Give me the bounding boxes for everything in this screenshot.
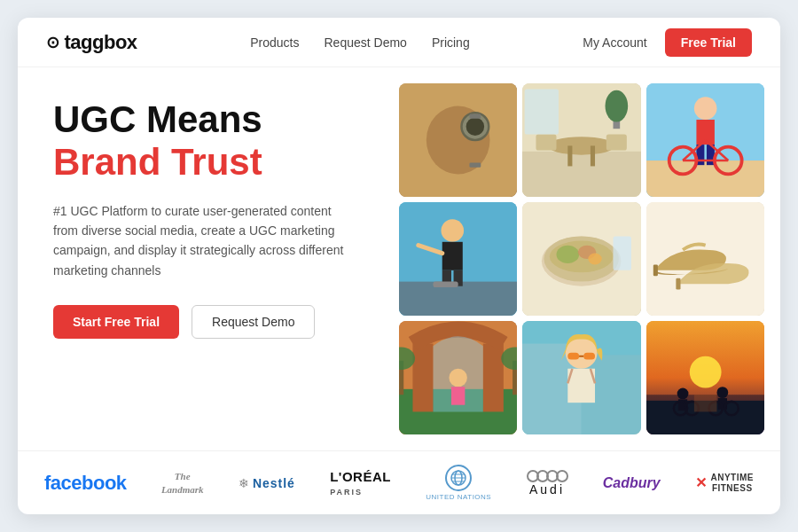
brands-bar: facebook TheLandmark ❄ Nestlé L'ORÉAL PA… bbox=[18, 450, 780, 514]
brand-landmark: TheLandmark bbox=[161, 470, 204, 496]
hero-title-line1: UGC Means bbox=[53, 99, 362, 140]
svg-rect-5 bbox=[469, 163, 481, 168]
svg-rect-12 bbox=[606, 135, 627, 151]
svg-point-70 bbox=[677, 388, 688, 400]
grid-image-6 bbox=[646, 202, 764, 316]
svg-point-18 bbox=[694, 97, 717, 120]
grid-image-9 bbox=[646, 321, 764, 434]
svg-point-74 bbox=[716, 387, 728, 398]
image-grid bbox=[390, 67, 780, 450]
grid-image-3 bbox=[646, 83, 764, 197]
hero-section: UGC Means Brand Trust #1 UGC Platform to… bbox=[18, 67, 390, 450]
header-right: My Account Free Trial bbox=[583, 28, 752, 57]
svg-rect-9 bbox=[568, 145, 573, 166]
request-demo-button[interactable]: Request Demo bbox=[192, 305, 315, 339]
my-account-link[interactable]: My Account bbox=[583, 35, 646, 50]
start-free-trial-button[interactable]: Start Free Trial bbox=[53, 305, 179, 339]
hero-description: #1 UGC Platform to curate user-generated… bbox=[53, 201, 346, 281]
brand-audi: Audi bbox=[527, 470, 568, 497]
brand-facebook: facebook bbox=[44, 472, 127, 495]
svg-rect-60 bbox=[568, 353, 580, 360]
svg-rect-30 bbox=[442, 242, 463, 270]
brand-cadbury: Cadbury bbox=[603, 475, 661, 491]
svg-point-41 bbox=[589, 254, 602, 265]
svg-rect-78 bbox=[694, 395, 717, 411]
svg-point-67 bbox=[689, 356, 721, 388]
svg-rect-7 bbox=[522, 152, 640, 197]
audi-rings-icon bbox=[527, 470, 568, 482]
nestle-snowflake-icon: ❄ bbox=[239, 476, 249, 490]
svg-rect-49 bbox=[483, 344, 504, 412]
svg-rect-55 bbox=[451, 387, 465, 404]
svg-rect-28 bbox=[399, 282, 517, 316]
brand-nestle: ❄ Nestlé bbox=[239, 476, 295, 490]
grid-image-1 bbox=[399, 83, 517, 197]
svg-rect-4 bbox=[469, 114, 481, 119]
svg-rect-33 bbox=[434, 282, 458, 287]
logo-icon: ⊙ bbox=[46, 33, 59, 52]
hero-buttons: Start Free Trial Request Demo bbox=[53, 305, 362, 339]
svg-rect-45 bbox=[676, 278, 680, 290]
nav-products[interactable]: Products bbox=[250, 35, 299, 50]
svg-point-54 bbox=[449, 369, 466, 387]
nav-request-demo[interactable]: Request Demo bbox=[324, 35, 406, 50]
svg-rect-11 bbox=[536, 135, 557, 151]
free-trial-header-button[interactable]: Free Trial bbox=[665, 28, 752, 57]
svg-point-39 bbox=[557, 246, 580, 263]
grid-image-7 bbox=[399, 321, 517, 434]
svg-rect-61 bbox=[584, 353, 596, 360]
grid-image-4 bbox=[399, 202, 517, 316]
svg-point-29 bbox=[441, 219, 464, 242]
svg-point-8 bbox=[548, 137, 616, 154]
main-card: ⊙ taggbox Products Request Demo Pricing … bbox=[18, 18, 780, 514]
brand-loreal: L'ORÉAL PARIS bbox=[330, 469, 391, 497]
brand-anytime-fitness: ✕ ANYTIME FITNESS bbox=[695, 473, 754, 494]
navigation: Products Request Demo Pricing bbox=[250, 35, 469, 50]
logo-text: taggbox bbox=[65, 31, 137, 54]
svg-rect-42 bbox=[614, 236, 631, 270]
grid-image-2 bbox=[522, 83, 640, 197]
svg-rect-15 bbox=[525, 89, 559, 134]
grid-image-5 bbox=[522, 202, 640, 316]
svg-point-14 bbox=[606, 90, 629, 122]
anytime-fitness-icon: ✕ bbox=[695, 474, 708, 491]
hero-title-line2: Brand Trust bbox=[53, 140, 362, 184]
svg-rect-48 bbox=[412, 344, 433, 412]
grid-image-8 bbox=[522, 321, 640, 434]
brand-united-nations: UNITED NATIONS bbox=[426, 465, 491, 501]
nav-pricing[interactable]: Pricing bbox=[432, 35, 470, 50]
logo[interactable]: ⊙ taggbox bbox=[46, 31, 137, 54]
svg-rect-44 bbox=[653, 264, 657, 276]
svg-rect-17 bbox=[646, 160, 764, 197]
header: ⊙ taggbox Products Request Demo Pricing … bbox=[18, 18, 780, 67]
svg-point-3 bbox=[466, 117, 484, 135]
main-content: UGC Means Brand Trust #1 UGC Platform to… bbox=[18, 67, 780, 450]
svg-rect-10 bbox=[591, 145, 595, 166]
